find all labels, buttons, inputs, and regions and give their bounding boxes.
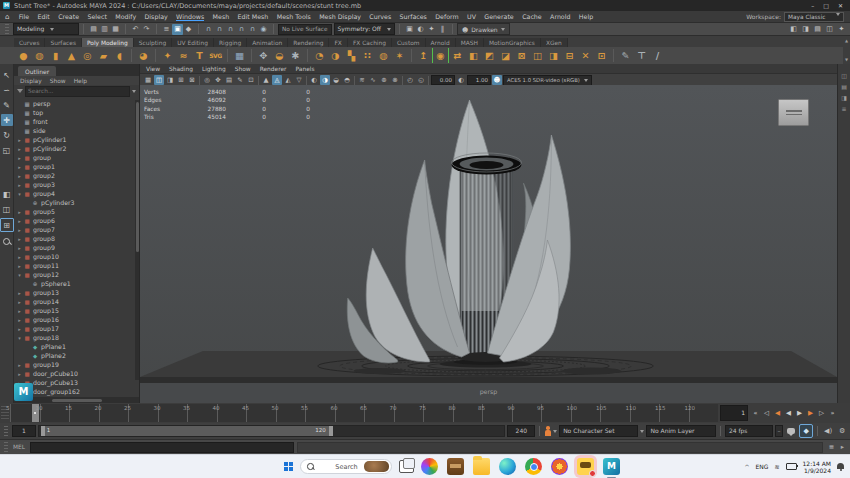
sidebar-strip-icon[interactable]: ◫ xyxy=(841,72,847,79)
shelf-tab[interactable]: MotionGraphics xyxy=(484,38,541,47)
taskbar-app-icon[interactable] xyxy=(577,458,594,475)
shelf-tab[interactable]: Animation xyxy=(247,38,288,47)
transport-button[interactable]: ◁ xyxy=(761,406,772,420)
viewport-toolbar-icon[interactable]: ◴ xyxy=(405,75,415,85)
shelf-tool-icon[interactable]: ▲ xyxy=(64,48,79,63)
outliner-item[interactable]: ◆ pPlane2 xyxy=(14,351,139,360)
shelf-tool-icon[interactable]: ◫ xyxy=(530,48,545,63)
snap-icon[interactable]: ∩ xyxy=(214,24,225,35)
expand-icon[interactable]: ▸ xyxy=(16,218,23,224)
symmetry-dropdown[interactable]: Symmetry: Off xyxy=(334,23,395,35)
viewport-menu-item[interactable]: Show xyxy=(235,66,251,72)
menu-item[interactable]: File xyxy=(14,13,33,20)
shelf-tool-icon[interactable]: ∕ xyxy=(650,48,665,63)
drag-grip[interactable] xyxy=(5,24,9,34)
timeline-ticks[interactable]: 5101520253035404550556065707580859095100… xyxy=(10,404,718,422)
range-handle-start[interactable] xyxy=(41,426,45,436)
shelf-tool-icon[interactable]: ✦ xyxy=(160,48,175,63)
expand-icon[interactable]: ▸ xyxy=(16,182,23,188)
expand-icon[interactable]: ▸ xyxy=(16,236,23,242)
shelf-tool-icon[interactable]: ▦ xyxy=(232,48,247,63)
outliner-item[interactable]: ▸ ■ group16 xyxy=(14,315,139,324)
shelf-tab[interactable]: FX xyxy=(329,38,347,47)
shelf-tool-icon[interactable]: ≈ xyxy=(176,48,191,63)
tool-icon[interactable]: ◧ xyxy=(1,188,13,200)
shelf-tool-icon[interactable]: ◪ xyxy=(498,48,513,63)
expand-icon[interactable]: ▾ xyxy=(16,272,23,278)
viewport-toolbar-icon[interactable]: ✎ xyxy=(235,75,245,85)
sidebar-toggle-icon[interactable]: ◧ xyxy=(788,24,799,35)
shelf-tab[interactable]: Custom xyxy=(392,38,426,47)
gamma-field[interactable]: 1.00 xyxy=(467,75,491,85)
viewport-toolbar-icon[interactable]: ✥ xyxy=(213,75,223,85)
viewport-toolbar-icon[interactable]: ◐ xyxy=(309,75,319,85)
menu-item[interactable]: Generate xyxy=(480,13,518,20)
window-control-button[interactable]: □ xyxy=(823,2,829,9)
shelf-tool-icon[interactable] xyxy=(613,49,614,62)
sidebar-toggle-icon[interactable]: ◫ xyxy=(824,24,835,35)
render-icon[interactable]: ‖ xyxy=(437,24,448,35)
tool-icon[interactable]: ∽ xyxy=(1,84,13,96)
shelf-tool-icon[interactable]: ◎ xyxy=(80,48,95,63)
shelf-tool-icon[interactable] xyxy=(227,49,228,62)
playback-range-bar[interactable]: 1 120 xyxy=(41,426,333,436)
taskbar-app-icon[interactable] xyxy=(525,458,542,475)
undo-redo-icon[interactable]: ↶ xyxy=(130,24,141,35)
viewport-toolbar-icon[interactable]: ◑ xyxy=(320,75,330,85)
transport-button[interactable]: ▶ xyxy=(794,406,805,420)
sidebar-toggle-icon[interactable]: ◨ xyxy=(800,24,811,35)
render-icon[interactable]: ✦ xyxy=(426,24,437,35)
outliner-item[interactable]: ▸ ■ group14 xyxy=(14,297,139,306)
battery-icon[interactable] xyxy=(786,463,797,470)
outliner-menu-item[interactable]: Display xyxy=(20,78,42,84)
render-icon[interactable]: ▣ xyxy=(404,24,415,35)
shelf-tool-icon[interactable]: ◧ xyxy=(466,48,481,63)
menu-item[interactable]: Modify xyxy=(111,13,140,20)
hidden-icons-chevron[interactable]: ^ xyxy=(745,463,750,470)
menu-item[interactable]: UV xyxy=(463,13,480,20)
viewport-scene[interactable] xyxy=(140,85,837,403)
shelf-tool-icon[interactable]: T xyxy=(192,48,207,63)
expand-icon[interactable]: ▸ xyxy=(16,173,23,179)
outliner-item[interactable]: ▸ ■ group3 xyxy=(14,180,139,189)
viewport-toolbar-icon[interactable]: ▦ xyxy=(143,75,153,85)
expand-icon[interactable]: ▸ xyxy=(16,317,23,323)
transport-button[interactable]: ◀ xyxy=(772,406,783,420)
outliner-item[interactable]: ▸ ■ group1 xyxy=(14,162,139,171)
shelf-tool-icon[interactable]: ✕ xyxy=(578,48,593,63)
transport-button[interactable]: ▶ xyxy=(805,406,816,420)
shelf-tool-icon[interactable]: ◉ xyxy=(432,48,449,63)
shelf-tool-icon[interactable]: ✎ xyxy=(618,48,633,63)
outliner-item[interactable]: ▸ ■ group8 xyxy=(14,234,139,243)
start-button[interactable] xyxy=(284,462,293,471)
outliner-item[interactable]: ▸ ■ pCylinder2 xyxy=(14,144,139,153)
menu-item[interactable]: Surfaces xyxy=(395,13,431,20)
shelf-tab[interactable]: Poly Modeling xyxy=(82,38,134,47)
shelf-tool-icon[interactable] xyxy=(155,49,156,62)
viewport-toolbar-icon[interactable]: ◭ xyxy=(283,75,293,85)
outliner-item[interactable]: ▾ ■ group12 xyxy=(14,270,139,279)
outliner-item[interactable]: ▾ ■ group4 xyxy=(14,189,139,198)
expand-icon[interactable]: ▸ xyxy=(16,137,23,143)
viewport-toolbar-icon[interactable]: ◫ xyxy=(154,75,164,85)
tool-icon[interactable]: ⊞ xyxy=(0,218,14,232)
menu-item[interactable]: Edit xyxy=(33,13,54,20)
outliner-item[interactable]: ▦ persp xyxy=(14,99,139,108)
sidebar-strip-icon[interactable]: ◨ xyxy=(841,94,847,101)
snap-icon[interactable]: ∩ xyxy=(225,24,236,35)
shelf-tab[interactable]: Arnold xyxy=(426,38,456,47)
window-control-button[interactable]: ✕ xyxy=(838,2,843,9)
shelf-tab[interactable]: Rigging xyxy=(214,38,247,47)
menu-item[interactable]: Mesh xyxy=(208,13,233,20)
shelf-tool-icon[interactable]: SVG xyxy=(208,48,223,63)
zoom-tool-icon[interactable] xyxy=(1,235,13,247)
account-dropdown[interactable]: ☻ Drawken xyxy=(457,23,510,35)
expand-icon[interactable]: ▸ xyxy=(16,155,23,161)
outliner-item[interactable]: ▸ ■ door_pCube10 xyxy=(14,369,139,378)
viewport-toolbar-icon[interactable]: ◵ xyxy=(416,75,426,85)
outliner-item[interactable]: ▸ ■ group7 xyxy=(14,225,139,234)
outliner-item[interactable]: ▾ ■ group18 xyxy=(14,333,139,342)
shelf-tool-icon[interactable]: ▚ xyxy=(344,48,359,63)
outliner-item[interactable]: ⊕ pCylinder3 xyxy=(14,198,139,207)
outliner-item[interactable]: ▸ ■ group2 xyxy=(14,171,139,180)
